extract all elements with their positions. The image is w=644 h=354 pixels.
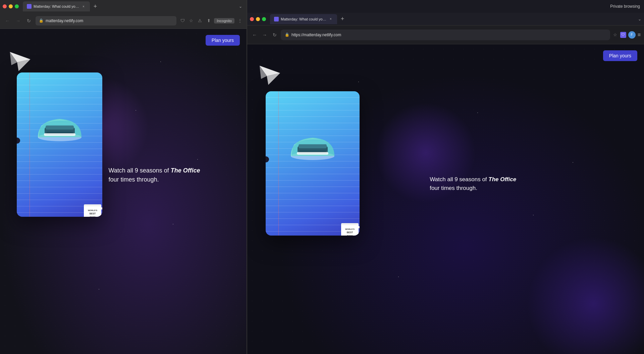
watch-text-prefix-left: Watch all 9 seasons of: [108, 167, 170, 174]
left-address-bar: ← → ↻ 🔒 matterday.netlify.com 🛡 ☆ ⚠ ⬆ In…: [0, 13, 247, 29]
close-window-right[interactable]: [250, 17, 254, 21]
right-tab-bar: Matterday: What could you do... × + ⌄: [247, 13, 644, 26]
window-controls-left: [3, 4, 19, 8]
share-icon-left[interactable]: ⬆: [205, 17, 212, 24]
profile-icon-right[interactable]: F: [628, 31, 636, 39]
tab-title-right: Matterday: What could you do...: [281, 17, 326, 21]
watch-text-suffix-right: four times through.: [430, 185, 477, 191]
tab-close-left[interactable]: ×: [81, 4, 86, 9]
right-browser: Private browsing Matterday: What could y…: [247, 0, 644, 354]
url-lock-right: 🔒: [285, 33, 289, 37]
back-button-right[interactable]: ←: [251, 31, 259, 39]
svg-text:BEST: BEST: [347, 231, 353, 234]
right-address-bar: ← → ↻ 🔒 https://matterday.netlify.com ☆ …: [247, 26, 644, 44]
card-vertical-line-right: [278, 91, 279, 236]
paper-plane-logo-right: [257, 63, 282, 86]
new-tab-button-right[interactable]: +: [338, 15, 346, 23]
more-icon-left[interactable]: ⋮: [236, 17, 243, 24]
svg-rect-6: [46, 125, 74, 130]
tab-dropdown-left[interactable]: ⌄: [237, 3, 244, 10]
stapler-jello-right: [286, 126, 339, 166]
mug-left: WORLD'S BEST BOSS: [82, 200, 102, 217]
card-vertical-line-left: [30, 72, 30, 217]
stapler-jello-left: [33, 107, 87, 147]
tab-dropdown-right[interactable]: ⌄: [638, 17, 641, 21]
active-tab-left[interactable]: Matterday: What could you do... ×: [23, 1, 90, 11]
watch-text-right: Watch all 9 seasons of The Officefour ti…: [430, 175, 516, 192]
forward-button-right[interactable]: →: [261, 31, 269, 39]
star-decoration: [533, 215, 534, 215]
star-icon-left[interactable]: ☆: [188, 17, 195, 24]
mug-right: WORLD'S BEST BOSS: [339, 219, 360, 236]
star-decoration: [197, 159, 198, 160]
incognito-badge: Incognito: [214, 18, 234, 23]
svg-text:BOSS: BOSS: [347, 235, 353, 236]
left-browser: Matterday: What could you do... × + ⌄ ← …: [0, 0, 247, 354]
more-button-right[interactable]: ≡: [638, 32, 641, 38]
browser-window: Matterday: What could you do... × + ⌄ ← …: [0, 0, 644, 354]
tab-favicon-right: [274, 17, 279, 21]
paper-plane-logo-left: [8, 49, 32, 72]
new-tab-button-left[interactable]: +: [91, 2, 99, 10]
url-bar-right[interactable]: 🔒 https://matterday.netlify.com: [281, 30, 610, 40]
watch-text-left: Watch all 9 seasons of The Officefour ti…: [108, 166, 200, 184]
svg-rect-24: [341, 223, 359, 225]
main-card-left: WORLD'S BEST BOSS: [17, 72, 102, 217]
tab-close-right[interactable]: ×: [328, 17, 333, 21]
tab-bar-right-controls-left: ⌄: [237, 3, 244, 10]
tab-title-left: Matterday: What could you do...: [34, 4, 79, 8]
refresh-button-right[interactable]: ↻: [271, 31, 279, 39]
private-label: Private browsing: [610, 4, 640, 9]
plan-yours-button-right[interactable]: Plan yours: [603, 50, 637, 61]
url-text-right: https://matterday.netlify.com: [291, 33, 341, 37]
back-button-left[interactable]: ←: [3, 17, 11, 25]
watch-text-show-right: The Office: [488, 176, 516, 183]
star-decoration: [160, 61, 161, 62]
svg-rect-10: [84, 204, 101, 206]
left-page-content: Plan yours: [0, 29, 247, 354]
star-decoration: [398, 276, 399, 277]
url-text-left: matterday.netlify.com: [46, 18, 83, 23]
minimize-window-right[interactable]: [256, 17, 260, 21]
shield-icon-left[interactable]: 🛡: [179, 17, 186, 24]
bookmark-icon-right[interactable]: ☆: [612, 32, 618, 38]
svg-rect-8: [44, 133, 75, 136]
maximize-window-right[interactable]: [262, 17, 266, 21]
forward-button-left[interactable]: →: [14, 17, 22, 25]
watch-text-prefix-right: Watch all 9 seasons of: [430, 176, 488, 183]
minimize-window-button[interactable]: [9, 4, 13, 8]
svg-rect-20: [299, 144, 327, 148]
private-browsing-header: Private browsing: [247, 0, 644, 13]
url-bar-left[interactable]: 🔒 matterday.netlify.com: [36, 16, 176, 26]
shield-icon-right[interactable]: 🛡: [620, 32, 626, 38]
left-tab-bar: Matterday: What could you do... × + ⌄: [0, 0, 247, 13]
close-window-button[interactable]: [3, 4, 7, 8]
address-bar-actions-left: 🛡 ☆ ⚠ ⬆ Incognito ⋮: [179, 17, 243, 24]
svg-text:WORLD'S: WORLD'S: [345, 228, 355, 230]
star-decoration: [573, 162, 573, 163]
maximize-window-button[interactable]: [15, 4, 19, 8]
active-tab-right[interactable]: Matterday: What could you do... ×: [270, 14, 337, 24]
watch-text-show-left: The Office: [171, 167, 200, 174]
warn-icon-left[interactable]: ⚠: [197, 17, 203, 24]
main-card-right: WORLD'S BEST BOSS: [266, 91, 360, 236]
plan-yours-button-left[interactable]: Plan yours: [206, 35, 240, 46]
svg-text:WORLD'S: WORLD'S: [88, 209, 97, 211]
svg-rect-22: [297, 152, 328, 155]
watch-text-suffix-left: four times through.: [108, 176, 159, 183]
refresh-button-left[interactable]: ↻: [25, 17, 33, 25]
svg-text:BEST: BEST: [90, 212, 96, 215]
url-lock-left: 🔒: [39, 18, 44, 23]
svg-text:BOSS: BOSS: [90, 216, 95, 217]
tab-favicon-left: [27, 4, 32, 9]
right-page-content: Plan yours: [247, 44, 644, 354]
